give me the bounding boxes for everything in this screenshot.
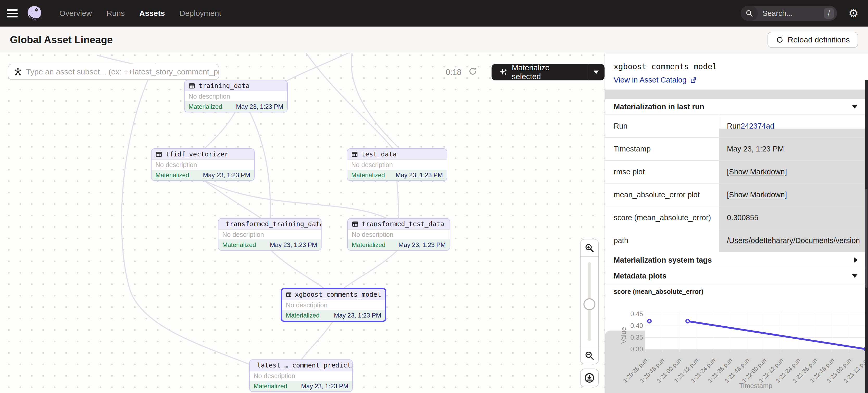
asset-status: Materialized bbox=[286, 312, 319, 319]
chevron-down-icon bbox=[852, 105, 858, 108]
page-scrollbar[interactable] bbox=[865, 79, 868, 393]
table-asset-icon bbox=[188, 83, 195, 89]
asset-node-header: tfidf_vectorizer bbox=[152, 149, 254, 160]
asset-node-description: No description bbox=[152, 160, 254, 170]
hamburger-menu-icon[interactable] bbox=[7, 7, 19, 20]
asset-node-footer: MaterializedMay 23, 1:23 PM bbox=[218, 239, 321, 250]
table-asset-icon bbox=[155, 151, 162, 158]
asset-node-description: No description bbox=[348, 230, 450, 239]
zoom-in-icon bbox=[585, 243, 594, 253]
asset-status: Materialized bbox=[352, 241, 385, 249]
asset-lineage-graph[interactable]: 0:18 Materialize selected training_dataN… bbox=[0, 53, 604, 393]
data-point[interactable] bbox=[648, 320, 651, 323]
asset-node-xgboost_comments_model[interactable]: xgboost_comments_modelNo descriptionMate… bbox=[281, 288, 386, 322]
asset-node-footer: MaterializedMay 23, 1:23 PM bbox=[348, 239, 450, 250]
asset-status: Materialized bbox=[351, 171, 385, 179]
run-id-link[interactable]: 242374ad bbox=[741, 122, 774, 130]
zoom-out-icon bbox=[585, 351, 594, 360]
zoom-in-button[interactable] bbox=[581, 239, 598, 257]
metadata-row-timestamp: TimestampMay 23, 1:23 PM bbox=[605, 138, 868, 161]
zoom-slider-thumb[interactable] bbox=[583, 298, 595, 310]
data-point[interactable] bbox=[686, 320, 689, 323]
metadata-row-path: path/Users/odetteharary/Documents/versio… bbox=[605, 229, 868, 252]
asset-node-description: No description bbox=[185, 91, 287, 101]
materialize-selected-button[interactable]: Materialize selected bbox=[492, 64, 604, 80]
materialize-dropdown-caret[interactable] bbox=[588, 64, 604, 80]
refresh-icon bbox=[776, 36, 784, 44]
dagster-logo[interactable] bbox=[26, 5, 43, 22]
section-metadata-plots[interactable]: Metadata plots bbox=[605, 268, 868, 284]
section-materialization-last-run[interactable]: Materialization in last run bbox=[605, 99, 868, 115]
chevron-right-icon bbox=[854, 257, 858, 263]
asset-node-description: No description bbox=[250, 371, 352, 381]
asset-timestamp: May 23, 1:23 PM bbox=[301, 383, 348, 390]
asset-node-header: transformed_test_data bbox=[348, 219, 450, 230]
asset-status: Materialized bbox=[222, 241, 256, 249]
download-graph-button[interactable] bbox=[580, 368, 599, 387]
scrollbar-thumb[interactable] bbox=[865, 189, 867, 288]
asset-node-transformed_test_data[interactable]: transformed_test_dataNo descriptionMater… bbox=[347, 218, 450, 251]
asset-node-latest__comment_predictions[interactable]: latest_…_comment_predictionsNo descripti… bbox=[249, 359, 353, 392]
show-markdown-link[interactable]: [Show Markdown] bbox=[727, 191, 787, 199]
asset-timestamp: May 23, 1:23 PM bbox=[203, 171, 250, 179]
download-icon bbox=[584, 372, 595, 383]
asset-node-description: No description bbox=[347, 160, 447, 170]
metadata-value: [Show Markdown] bbox=[719, 184, 868, 206]
gear-icon[interactable]: ⚙ bbox=[848, 7, 859, 19]
zoom-slider[interactable] bbox=[581, 257, 598, 347]
metadata-key: mean_absolute_error plot bbox=[605, 184, 719, 206]
metadata-text-value: 0.300855 bbox=[727, 214, 758, 222]
primary-nav: OverviewRunsAssetsDeployment bbox=[59, 9, 221, 18]
global-search[interactable]: / bbox=[741, 6, 837, 21]
nav-item-runs[interactable]: Runs bbox=[106, 9, 125, 18]
asset-status: Materialized bbox=[188, 103, 222, 110]
metadata-value: May 23, 1:23 PM bbox=[719, 138, 868, 160]
asset-node-header: latest_…_comment_predictions bbox=[250, 360, 352, 371]
asset-node-header: test_data bbox=[347, 149, 447, 160]
asset-node-tfidf_vectorizer[interactable]: tfidf_vectorizerNo descriptionMaterializ… bbox=[151, 149, 255, 181]
asset-node-name: transformed_training_data bbox=[226, 220, 321, 228]
refresh-countdown-icon[interactable] bbox=[468, 67, 477, 76]
panel-divider-band bbox=[605, 90, 868, 99]
metadata-key: path bbox=[605, 229, 719, 252]
asset-status: Materialized bbox=[254, 383, 287, 390]
chevron-down-icon bbox=[852, 274, 858, 278]
nav-item-deployment[interactable]: Deployment bbox=[179, 9, 221, 18]
asset-node-header: transformed_training_data bbox=[218, 219, 321, 230]
asset-node-footer: MaterializedMay 23, 1:23 PM bbox=[347, 170, 447, 181]
show-markdown-link[interactable]: [Show Markdown] bbox=[727, 168, 787, 176]
y-tick-label: 0.30 bbox=[625, 346, 643, 353]
reload-definitions-button[interactable]: Reload definitions bbox=[768, 32, 858, 48]
asset-node-name: latest_…_comment_predictions bbox=[257, 361, 353, 369]
asset-subset-filter[interactable] bbox=[8, 64, 219, 80]
nav-item-assets[interactable]: Assets bbox=[139, 9, 165, 18]
section-materialization-system-tags[interactable]: Materialization system tags bbox=[605, 252, 868, 268]
asset-graph-icon bbox=[13, 67, 22, 76]
page-title: Global Asset Lineage bbox=[10, 34, 113, 45]
asset-node-training_data[interactable]: training_dataNo descriptionMaterializedM… bbox=[184, 80, 288, 112]
asset-node-test_data[interactable]: test_dataNo descriptionMaterializedMay 2… bbox=[347, 149, 447, 181]
asset-node-name: test_data bbox=[361, 151, 397, 158]
table-asset-icon bbox=[286, 291, 291, 298]
refresh-timer: 0:18 bbox=[446, 68, 461, 77]
search-shortcut-badge: / bbox=[824, 8, 834, 19]
metadata-value: Run 242374ad bbox=[719, 115, 868, 137]
sparkle-icon bbox=[499, 68, 508, 76]
nav-item-overview[interactable]: Overview bbox=[59, 9, 92, 18]
metadata-key: rmse plot bbox=[605, 161, 719, 183]
zoom-out-button[interactable] bbox=[581, 347, 598, 364]
metadata-text-value: May 23, 1:23 PM bbox=[727, 145, 784, 153]
metadata-plot-title: score (mean_absolute_error) bbox=[605, 284, 868, 298]
asset-subset-input[interactable] bbox=[26, 67, 219, 76]
asset-name-title: xgboost_comments_model bbox=[614, 62, 859, 71]
asset-node-footer: MaterializedMay 23, 1:23 PM bbox=[250, 381, 352, 391]
view-in-asset-catalog-link[interactable]: View in Asset Catalog bbox=[614, 76, 859, 84]
chart-ylabel: Value bbox=[620, 327, 628, 344]
search-input[interactable] bbox=[758, 9, 824, 18]
metadata-key: score (mean_absolute_error) bbox=[605, 206, 719, 229]
asset-timestamp: May 23, 1:23 PM bbox=[396, 171, 443, 179]
asset-node-transformed_training_data[interactable]: transformed_training_dataNo descriptionM… bbox=[218, 218, 321, 251]
asset-timestamp: May 23, 1:23 PM bbox=[270, 241, 317, 249]
external-link-icon bbox=[690, 76, 697, 84]
path-link[interactable]: /Users/odetteharary/Documents/version bbox=[727, 236, 860, 245]
